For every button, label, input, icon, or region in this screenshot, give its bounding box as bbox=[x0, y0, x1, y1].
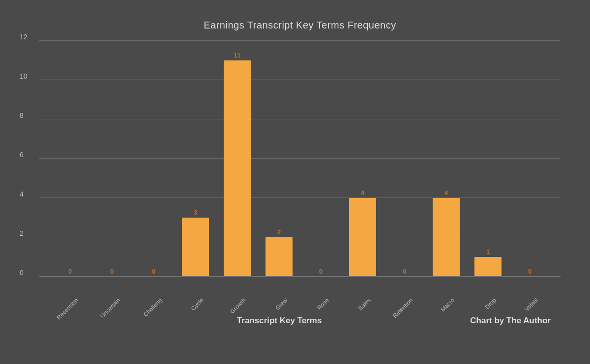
bar bbox=[474, 257, 502, 277]
chart-area: 024681012 0Recession0Uncertain0Challeng3… bbox=[39, 41, 560, 277]
bar bbox=[224, 60, 251, 277]
y-axis-label: 6 bbox=[20, 151, 24, 159]
bar bbox=[266, 237, 293, 277]
y-axis-label: 8 bbox=[20, 112, 24, 119]
y-axis-label: 0 bbox=[20, 269, 24, 277]
bar-value-label: 0 bbox=[110, 268, 114, 275]
bar-x-label: Challeng bbox=[142, 297, 163, 318]
bar-group: 4Macro bbox=[425, 41, 467, 277]
y-axis-label: 10 bbox=[20, 72, 28, 80]
bar-group: 0Recession bbox=[49, 41, 91, 277]
bar bbox=[349, 198, 376, 277]
bar-x-label: Volatil bbox=[524, 297, 540, 313]
bars-area: 0Recession0Uncertain0Challeng3Cycle11Gro… bbox=[39, 41, 560, 277]
bar bbox=[182, 218, 209, 277]
bar-value-label: 0 bbox=[528, 268, 531, 275]
bar-group: 4Sales bbox=[342, 41, 384, 277]
bar-value-label: 0 bbox=[403, 268, 406, 275]
x-axis-line bbox=[39, 276, 560, 277]
bar-group: 0Uncertain bbox=[91, 41, 133, 277]
bar-group: 1Drop bbox=[467, 41, 509, 277]
chart-credit: Chart by The Author bbox=[470, 316, 551, 326]
bar-x-label: Macro bbox=[440, 297, 456, 313]
chart-footer: Transcript Key Terms Chart by The Author bbox=[39, 316, 560, 326]
bar-value-label: 4 bbox=[361, 189, 364, 196]
bar-group: 0Volatil bbox=[509, 41, 551, 277]
bar-value-label: 11 bbox=[234, 52, 240, 59]
bar-value-label: 4 bbox=[444, 189, 448, 196]
bar-x-label: Grew bbox=[274, 297, 289, 311]
y-axis-label: 12 bbox=[20, 33, 28, 41]
bar-x-label: Sales bbox=[357, 297, 372, 312]
chart-title: Earnings Transcript Key Terms Frequency bbox=[39, 20, 560, 31]
bar-value-label: 0 bbox=[319, 268, 323, 275]
bar-value-label: 0 bbox=[152, 268, 155, 275]
bar-group: 3Cycle bbox=[175, 41, 216, 277]
bar-group: 2Grew bbox=[258, 41, 300, 277]
bar-group: 0Retention bbox=[384, 41, 425, 277]
bar-value-label: 1 bbox=[486, 248, 490, 255]
bar-x-label: Cycle bbox=[190, 297, 205, 312]
bar-value-label: 0 bbox=[68, 268, 72, 275]
y-axis-label: 2 bbox=[20, 229, 24, 237]
bar-group: 0Challeng bbox=[133, 41, 175, 277]
y-axis-label: 4 bbox=[20, 190, 24, 198]
chart-container: Earnings Transcript Key Terms Frequency … bbox=[0, 0, 590, 364]
bar-value-label: 2 bbox=[277, 228, 281, 236]
bar-x-label: Drop bbox=[484, 297, 498, 310]
bar-value-label: 3 bbox=[194, 209, 197, 216]
bar-group: 11Growth bbox=[216, 41, 258, 277]
bar-group: 0Rose bbox=[300, 41, 342, 277]
bar bbox=[433, 198, 460, 277]
bar-x-label: Growth bbox=[229, 297, 247, 315]
bar-x-label: Rose bbox=[316, 297, 331, 311]
